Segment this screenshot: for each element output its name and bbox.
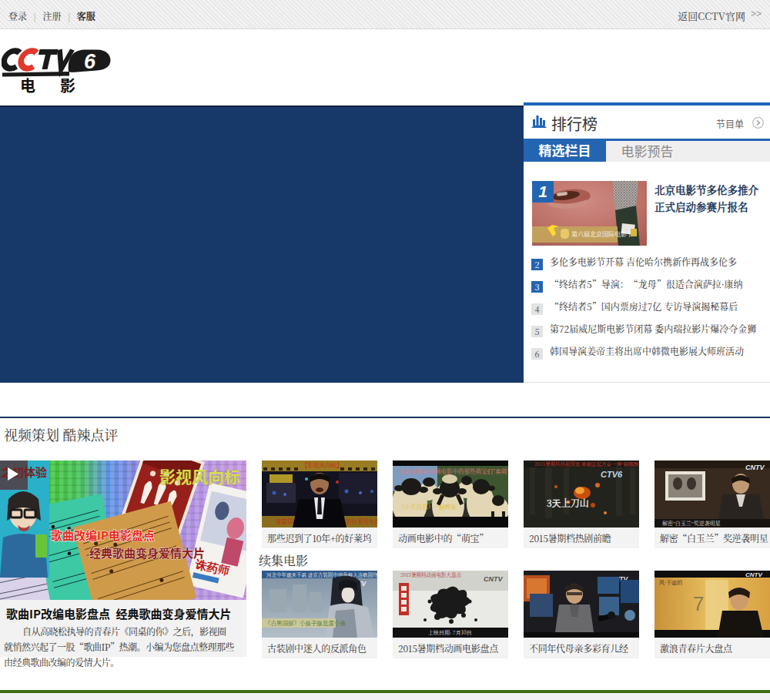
svg-text:CTV6: CTV6 [601, 470, 623, 479]
svg-text:经典歌曲变身爱情大片: 经典歌曲变身爱情大片 [89, 544, 205, 561]
svg-text:CNTV: CNTV [745, 571, 762, 578]
svg-text:电影: 电影 [20, 74, 100, 96]
svg-text:2015暑期档热剧预览 谁能泛起万众一搏"朝氛围: 2015暑期档热剧预览 谁能泛起万众一搏"朝氛围 [534, 461, 638, 467]
svg-text:第六届北京国际电影节: 第六届北京国际电影节 [571, 229, 633, 238]
svg-text:解密"白玉兰"奖逆袭明星: 解密"白玉兰"奖逆袭明星 [662, 519, 721, 527]
svg-text:2015暑期档动画电影大盘点: 2015暑期档动画电影大盘点 [400, 571, 461, 578]
svg-text:歌曲改编IP电影盘点: 歌曲改编IP电影盘点 [51, 527, 155, 543]
svg-text:3天上刀山: 3天上刀山 [547, 496, 589, 509]
svg-text:《古黑旧探》小扳子版悲度小孩: 《古黑旧探》小扳子版悲度小孩 [265, 618, 346, 627]
svg-text:上映日期: 7月10日: 上映日期: 7月10日 [428, 628, 472, 636]
svg-text:《小羊肖恩》一触即发: 《小羊肖恩》一触即发 [399, 502, 457, 511]
svg-text:河北中年观天不易 进京古装剧中俏角极入连载剧终结: 河北中年观天不易 进京古装剧中俏角极入连载剧终结 [266, 571, 377, 578]
svg-text:CNTV: CNTV [484, 575, 503, 583]
svg-text:【影视风向标】: 【影视风向标】 [302, 461, 343, 469]
svg-text:风·不远的: 风·不远的 [659, 578, 682, 586]
svg-text:电影全解码:动画电影中的那些萌宝们"卖萌": 电影全解码:动画电影中的那些萌宝们"卖萌" [399, 467, 508, 475]
svg-text:CNTV: CNTV [745, 464, 765, 471]
svg-text:6: 6 [84, 50, 96, 73]
svg-text:7: 7 [693, 592, 704, 615]
svg-text:影视风向标: 影视风向标 [159, 464, 240, 487]
